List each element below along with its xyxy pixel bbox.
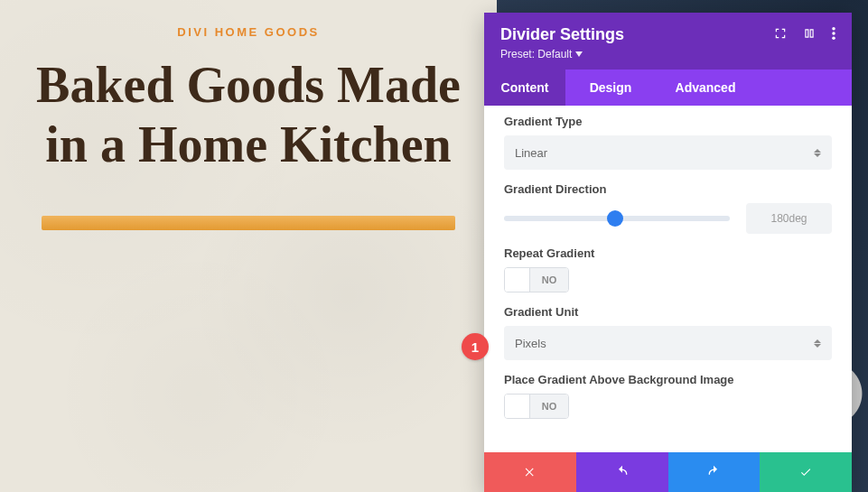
toggle-knob	[505, 395, 530, 418]
repeat-gradient-toggle[interactable]: NO	[504, 267, 569, 292]
slider-thumb[interactable]	[607, 210, 623, 227]
check-icon	[798, 466, 813, 478]
settings-panel: Divider Settings Preset: Default Content…	[484, 13, 852, 492]
chevron-down-icon	[575, 51, 583, 57]
select-arrows-icon	[814, 339, 821, 348]
gradient-type-label: Gradient Type	[504, 115, 832, 128]
divider-module[interactable]	[42, 216, 455, 230]
gradient-type-select[interactable]: Linear	[504, 135, 832, 170]
select-arrows-icon	[814, 149, 821, 157]
page-canvas: DIVI HOME GOODS Baked Goods Made in a Ho…	[0, 0, 497, 492]
tab-design[interactable]: Design	[565, 70, 656, 106]
tab-content[interactable]: Content	[484, 70, 565, 106]
undo-button[interactable]	[576, 452, 668, 492]
panel-header: Divider Settings Preset: Default	[484, 13, 852, 70]
toggle-knob	[505, 268, 530, 292]
preset-selector[interactable]: Preset: Default	[500, 48, 835, 60]
place-above-value: NO	[530, 395, 568, 418]
svg-point-1	[832, 32, 835, 35]
cancel-button[interactable]	[484, 452, 576, 492]
panel-title: Divider Settings	[500, 25, 624, 44]
preset-label: Preset: Default	[500, 48, 572, 60]
expand-icon[interactable]	[774, 27, 787, 43]
svg-point-0	[832, 27, 835, 31]
repeat-gradient-value: NO	[530, 268, 568, 292]
more-icon[interactable]	[832, 27, 835, 43]
redo-icon	[705, 465, 722, 479]
gradient-direction-value[interactable]: 180deg	[746, 203, 832, 234]
gradient-unit-select[interactable]: Pixels	[504, 326, 832, 360]
page-headline: Baked Goods Made in a Home Kitchen	[27, 55, 470, 174]
eyebrow-text: DIVI HOME GOODS	[27, 25, 470, 39]
gradient-unit-label: Gradient Unit	[504, 305, 832, 319]
panel-body: Gradient Type Linear Gradient Direction …	[484, 106, 852, 452]
svg-point-2	[832, 36, 835, 40]
gradient-unit-value: Pixels	[515, 337, 546, 350]
close-icon	[524, 466, 537, 478]
place-above-toggle[interactable]: NO	[504, 394, 569, 419]
panel-tabs: Content Design Advanced	[484, 70, 852, 106]
tab-advanced[interactable]: Advanced	[656, 70, 755, 106]
redo-button[interactable]	[668, 452, 761, 492]
confirm-button[interactable]	[760, 452, 852, 492]
repeat-gradient-label: Repeat Gradient	[504, 246, 832, 260]
gradient-type-value: Linear	[515, 146, 547, 160]
gradient-direction-label: Gradient Direction	[504, 182, 832, 196]
undo-icon	[614, 465, 630, 479]
snap-icon[interactable]	[803, 27, 816, 43]
panel-footer	[484, 452, 852, 492]
place-above-label: Place Gradient Above Background Image	[504, 373, 739, 386]
gradient-direction-slider[interactable]	[504, 216, 730, 221]
step-badge-1: 1	[462, 333, 489, 360]
